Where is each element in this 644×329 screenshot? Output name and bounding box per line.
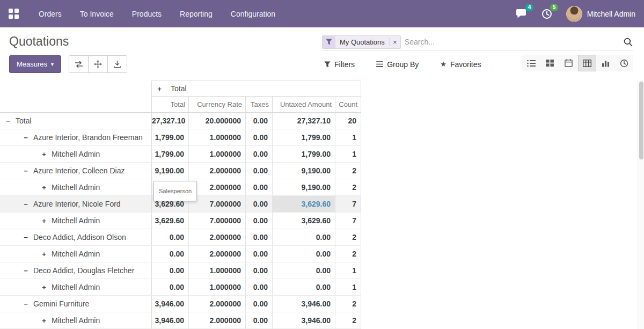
cell-untaxed-amount[interactable]: 3,946.00 bbox=[273, 312, 335, 328]
cell-taxes[interactable]: 0.00 bbox=[246, 296, 273, 312]
cell-untaxed-amount[interactable]: 9,190.00 bbox=[273, 179, 335, 195]
cell-total[interactable]: 3,946.00 bbox=[152, 296, 189, 312]
row-label-cell[interactable]: + Mitchell Admin bbox=[0, 312, 152, 328]
row-toggle-icon[interactable]: + bbox=[41, 217, 47, 225]
cell-total[interactable]: 27,327.10 bbox=[152, 113, 189, 129]
row-label-cell[interactable]: − Azure Interior, Brandon Freeman bbox=[0, 129, 152, 145]
cell-count[interactable]: 7 bbox=[335, 213, 361, 229]
switch-view-calendar[interactable] bbox=[559, 55, 578, 71]
row-toggle-icon[interactable]: + bbox=[41, 317, 47, 325]
nav-menu-item-reporting[interactable]: Reporting bbox=[171, 0, 222, 27]
cell-currency-rate[interactable]: 7.000000 bbox=[189, 213, 246, 229]
row-label-cell[interactable]: + Mitchell Admin bbox=[0, 246, 152, 262]
cell-count[interactable]: 1 bbox=[335, 129, 361, 145]
cell-taxes[interactable]: 0.00 bbox=[246, 179, 273, 195]
row-label-cell[interactable]: + Mitchell Admin bbox=[0, 279, 152, 295]
download-xlsx-button[interactable] bbox=[107, 55, 127, 73]
table-row[interactable]: + Mitchell Admin 0.00 2.000000 0.00 0.00… bbox=[0, 246, 361, 262]
nav-menu-item-to-invoice[interactable]: To Invoice bbox=[71, 0, 123, 27]
row-toggle-icon[interactable]: − bbox=[23, 267, 28, 275]
cell-untaxed-amount[interactable]: 3,629.60 bbox=[273, 196, 335, 212]
table-row[interactable]: − Deco Addict, Douglas Fletcher 0.00 1.0… bbox=[0, 262, 361, 279]
cell-currency-rate[interactable]: 2.000000 bbox=[189, 163, 246, 179]
cell-untaxed-amount[interactable]: 1,799.00 bbox=[273, 129, 335, 145]
row-label-cell[interactable]: − Azure Interior, Nicole Ford bbox=[0, 196, 152, 212]
expand-all-button[interactable] bbox=[88, 55, 108, 73]
cell-currency-rate[interactable]: 2.000000 bbox=[189, 296, 246, 312]
cell-untaxed-amount[interactable]: 1,799.00 bbox=[273, 146, 335, 162]
cell-currency-rate[interactable]: 1.000000 bbox=[189, 262, 246, 279]
cell-untaxed-amount[interactable]: 3,946.00 bbox=[273, 296, 335, 312]
cell-currency-rate[interactable]: 2.000000 bbox=[189, 312, 246, 328]
cell-count[interactable]: 2 bbox=[335, 163, 361, 179]
facet-remove-button[interactable]: × bbox=[390, 38, 400, 46]
search-input[interactable] bbox=[405, 38, 624, 46]
flip-axis-button[interactable] bbox=[69, 55, 89, 73]
cell-total[interactable]: 9,190.00Salesperson bbox=[152, 179, 189, 195]
cell-currency-rate[interactable]: 2.000000 bbox=[189, 246, 246, 262]
cell-taxes[interactable]: 0.00 bbox=[246, 229, 273, 245]
cell-taxes[interactable]: 0.00 bbox=[246, 146, 273, 162]
cell-total[interactable]: 1,799.00 bbox=[152, 146, 189, 162]
cell-taxes[interactable]: 0.00 bbox=[246, 279, 273, 295]
cell-untaxed-amount[interactable]: 9,190.00 bbox=[273, 163, 335, 179]
cell-untaxed-amount[interactable]: 3,629.60 bbox=[273, 213, 335, 229]
switch-view-activity[interactable] bbox=[615, 55, 634, 71]
row-toggle-icon[interactable]: − bbox=[5, 117, 11, 125]
row-label-cell[interactable]: − Deco Addict, Addison Olson bbox=[0, 229, 152, 245]
cell-untaxed-amount[interactable]: 0.00 bbox=[273, 279, 335, 295]
user-menu[interactable]: Mitchell Admin bbox=[566, 6, 635, 22]
row-label-cell[interactable]: − Total bbox=[0, 113, 152, 129]
search-icon[interactable] bbox=[624, 38, 634, 47]
column-header-total[interactable]: Total bbox=[152, 97, 189, 112]
row-toggle-icon[interactable]: − bbox=[23, 134, 28, 142]
row-label-cell[interactable]: + Mitchell Admin bbox=[0, 179, 152, 195]
messages-button[interactable]: 4 bbox=[516, 9, 528, 19]
cell-currency-rate[interactable]: 1.000000 bbox=[189, 129, 246, 145]
cell-count[interactable]: 7 bbox=[335, 196, 361, 212]
column-header-untaxed[interactable]: Untaxed Amount bbox=[273, 97, 335, 112]
table-row[interactable]: + Mitchell Admin 3,629.60 7.000000 0.00 … bbox=[0, 213, 361, 229]
cell-taxes[interactable]: 0.00 bbox=[246, 163, 273, 179]
row-toggle-icon[interactable]: + bbox=[41, 184, 47, 192]
row-toggle-icon[interactable]: − bbox=[23, 200, 28, 208]
activities-button[interactable]: 5 bbox=[541, 9, 552, 19]
scrollbar-thumb[interactable] bbox=[639, 82, 643, 159]
row-label-cell[interactable]: − Deco Addict, Douglas Fletcher bbox=[0, 262, 152, 279]
cell-count[interactable]: 2 bbox=[335, 312, 361, 328]
vertical-scrollbar[interactable] bbox=[638, 81, 644, 329]
switch-view-kanban[interactable] bbox=[541, 55, 560, 71]
cell-count[interactable]: 20 bbox=[335, 113, 361, 129]
cell-taxes[interactable]: 0.00 bbox=[246, 262, 273, 279]
cell-total[interactable]: 0.00 bbox=[152, 262, 189, 279]
row-toggle-icon[interactable]: − bbox=[23, 167, 28, 175]
cell-total[interactable]: 0.00 bbox=[152, 229, 189, 245]
cell-count[interactable]: 1 bbox=[335, 146, 361, 162]
cell-taxes[interactable]: 0.00 bbox=[246, 213, 273, 229]
row-toggle-icon[interactable]: − bbox=[23, 233, 28, 242]
cell-currency-rate[interactable]: 1.000000 bbox=[189, 279, 246, 295]
cell-count[interactable]: 2 bbox=[335, 246, 361, 262]
favorites-button[interactable]: ★ Favorites bbox=[440, 60, 481, 69]
cell-total[interactable]: 3,946.00 bbox=[152, 312, 189, 328]
table-row[interactable]: + Mitchell Admin 9,190.00Salesperson 2.0… bbox=[0, 179, 361, 196]
row-label-cell[interactable]: − Gemini Furniture bbox=[0, 296, 152, 312]
cell-count[interactable]: 2 bbox=[335, 179, 361, 195]
cell-total[interactable]: 0.00 bbox=[152, 246, 189, 262]
cell-untaxed-amount[interactable]: 0.00 bbox=[273, 262, 335, 279]
nav-menu-item-products[interactable]: Products bbox=[123, 0, 171, 27]
cell-taxes[interactable]: 0.00 bbox=[246, 113, 273, 129]
cell-taxes[interactable]: 0.00 bbox=[246, 129, 273, 145]
cell-count[interactable]: 1 bbox=[335, 262, 361, 279]
cell-count[interactable]: 1 bbox=[335, 279, 361, 295]
nav-menu-item-orders[interactable]: Orders bbox=[30, 0, 71, 27]
cell-total[interactable]: 0.00 bbox=[152, 279, 189, 295]
cell-taxes[interactable]: 0.00 bbox=[246, 196, 273, 212]
cell-count[interactable]: 2 bbox=[335, 229, 361, 245]
table-row[interactable]: + Mitchell Admin 1,799.00 1.000000 0.00 … bbox=[0, 146, 361, 163]
cell-untaxed-amount[interactable]: 0.00 bbox=[273, 246, 335, 262]
cell-untaxed-amount[interactable]: 0.00 bbox=[273, 229, 335, 245]
cell-count[interactable]: 2 bbox=[335, 296, 361, 312]
cell-untaxed-amount[interactable]: 27,327.10 bbox=[273, 113, 335, 129]
table-row[interactable]: − Total 27,327.10 20.000000 0.00 27,327.… bbox=[0, 113, 361, 129]
